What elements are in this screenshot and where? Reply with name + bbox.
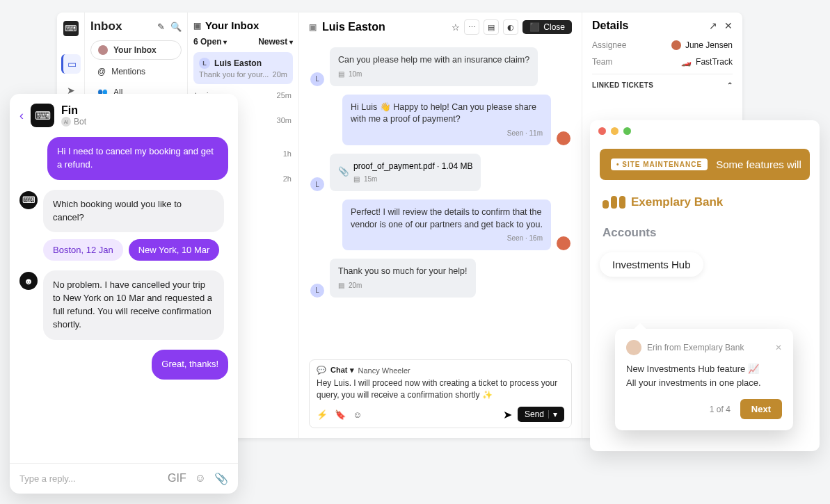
- conv-preview: Thank you for your...: [199, 70, 269, 79]
- investments-hub-tab[interactable]: Investments Hub: [600, 252, 703, 277]
- team-value[interactable]: 🏎️FastTrack: [681, 57, 733, 67]
- chevron-up-icon[interactable]: ⌃: [727, 81, 733, 89]
- assignee-value[interactable]: June Jensen: [671, 40, 733, 50]
- snooze-button[interactable]: ▤: [484, 19, 499, 35]
- nav-your-inbox[interactable]: Your Inbox: [90, 40, 182, 60]
- ai-badge-icon: AI: [61, 117, 71, 127]
- user-message: Hi I need to cancel my booking and get a…: [47, 137, 228, 180]
- bank-brand: Exemplary Bank: [602, 195, 807, 209]
- external-link-icon[interactable]: ↗: [709, 20, 717, 31]
- sort-dropdown[interactable]: Newest: [258, 37, 293, 47]
- channel-icon: 💬: [317, 366, 326, 375]
- team-icon: 🏎️: [681, 57, 692, 67]
- assignee-label: Assignee: [592, 40, 626, 50]
- agent-message: Hi Luis 👋 Happy to help! Can you please …: [342, 95, 551, 145]
- chip-option-boston[interactable]: Boston, 12 Jan: [43, 239, 123, 261]
- composer-from: Nancy Wheeler: [358, 366, 410, 375]
- next-button[interactable]: Next: [740, 399, 782, 419]
- agent-avatar: [557, 131, 570, 145]
- rail-inbox-icon[interactable]: ▭: [61, 54, 81, 74]
- tour-popover: Erin from Exemplary Bank ✕ New Investmen…: [615, 329, 793, 430]
- compose-icon[interactable]: ✎: [157, 22, 165, 32]
- chevron-down-icon[interactable]: ▾: [553, 409, 557, 419]
- conv-time: 20m: [273, 70, 287, 79]
- nav-label: Your Inbox: [113, 45, 157, 55]
- bank-window: • SITE MAINTENANCE Some features will Ex…: [590, 120, 820, 451]
- minimize-window-icon[interactable]: [611, 127, 618, 135]
- customer-avatar: L: [310, 284, 324, 298]
- user-message: Great, thanks!: [152, 350, 228, 380]
- more-button[interactable]: ⋯: [464, 19, 479, 35]
- emoji-icon[interactable]: ☺: [195, 472, 206, 485]
- composer: 💬 Chat ▾ Nancy Wheeler Hey Luis. I will …: [309, 359, 572, 428]
- customer-message: Thank you so much for your help! ▤20m: [330, 259, 476, 298]
- bot-message: Which booking would you like to cancel?: [43, 190, 224, 233]
- fin-chat-widget: ‹ ⌨ Fin AIBot Hi I need to cancel my boo…: [10, 94, 238, 494]
- bookmark-icon[interactable]: 🔖: [335, 409, 346, 420]
- agent-avatar: [557, 236, 570, 250]
- close-popover-icon[interactable]: ✕: [775, 343, 782, 352]
- chat-icon: ▤: [338, 281, 344, 291]
- maximize-window-icon[interactable]: [623, 127, 631, 135]
- nav-label: Mentions: [111, 67, 145, 76]
- customer-avatar: L: [310, 72, 324, 86]
- thread-column: ▣Luis Easton ☆ ⋯ ▤ ◐ ⬛ Close L Can you p…: [299, 13, 582, 438]
- expand-icon[interactable]: ▣: [309, 22, 317, 32]
- mention-icon: @: [97, 67, 106, 76]
- popover-from: Erin from Exemplary Bank: [647, 343, 744, 352]
- bolt-icon[interactable]: ⚡: [317, 409, 328, 420]
- customer-message: Can you please help me with an insurance…: [330, 47, 538, 86]
- layout-icon[interactable]: ▣: [193, 21, 201, 31]
- fin-logo-icon: ⌨: [31, 104, 54, 127]
- channel-dropdown[interactable]: Chat ▾: [330, 366, 354, 375]
- reply-input[interactable]: Type a reply...: [19, 473, 76, 484]
- file-attachment[interactable]: 📎 proof_of_payment.pdf · 1.04 MB ▤15m: [330, 154, 481, 192]
- attachment-icon[interactable]: 📎: [214, 472, 228, 485]
- popover-line2: All your investments in one place.: [626, 376, 782, 390]
- bank-logo-icon: [602, 196, 625, 209]
- inbox-title: Inbox: [90, 19, 122, 33]
- star-icon[interactable]: ☆: [452, 22, 460, 33]
- avatar-initial: L: [199, 58, 210, 69]
- banner-text: Some features will: [716, 158, 801, 170]
- send-arrow-icon[interactable]: ➤: [503, 408, 512, 421]
- nav-mentions[interactable]: @ Mentions: [90, 63, 182, 81]
- close-window-icon[interactable]: [598, 127, 606, 135]
- close-details-icon[interactable]: ✕: [724, 20, 733, 31]
- maintenance-banner: • SITE MAINTENANCE Some features will: [600, 149, 810, 180]
- conv-name: Luis Easton: [214, 58, 262, 68]
- brand-logo[interactable]: ⌨: [63, 21, 79, 36]
- conversation-item-active[interactable]: LLuis Easton Thank you for your...20m: [193, 52, 293, 84]
- emoji-icon[interactable]: ☺: [353, 409, 362, 420]
- popover-line1: New Investments Hub feature 📈: [626, 362, 782, 376]
- send-button[interactable]: Send▾: [518, 407, 564, 422]
- paperclip-icon: 📎: [338, 166, 349, 179]
- avatar-icon: [98, 45, 108, 55]
- avatar-icon: [671, 40, 681, 50]
- close-button[interactable]: ⬛ Close: [522, 20, 572, 34]
- team-label: Team: [592, 57, 612, 67]
- night-button[interactable]: ◐: [503, 19, 518, 35]
- open-filter[interactable]: 6 Open: [193, 37, 227, 47]
- window-controls: [590, 120, 820, 142]
- accounts-heading: Accounts: [602, 226, 807, 240]
- fin-role: Bot: [74, 117, 86, 127]
- linked-tickets-heading: LINKED TICKETS: [592, 81, 653, 89]
- fin-name: Fin: [61, 104, 86, 117]
- details-title: Details: [592, 19, 628, 32]
- agent-message: Perfect! I will review the details to co…: [342, 200, 551, 250]
- composer-input[interactable]: Hey Luis. I will proceed now with creati…: [317, 377, 564, 401]
- customer-avatar: L: [310, 177, 324, 191]
- chip-option-newyork[interactable]: New York, 10 Mar: [129, 239, 220, 261]
- list-title: Your Inbox: [205, 19, 259, 31]
- popover-step: 1 of 4: [710, 405, 731, 414]
- bot-avatar-icon: ⌨: [19, 191, 38, 209]
- erin-avatar-icon: [626, 340, 641, 355]
- chat-icon: ▤: [338, 70, 344, 79]
- banner-badge: • SITE MAINTENANCE: [611, 158, 708, 170]
- gif-icon[interactable]: GIF: [168, 472, 186, 485]
- message-list: L Can you please help me with an insuran…: [299, 42, 582, 354]
- search-icon[interactable]: 🔍: [170, 22, 182, 32]
- chat-icon: ▤: [353, 174, 360, 184]
- back-icon[interactable]: ‹: [19, 108, 24, 123]
